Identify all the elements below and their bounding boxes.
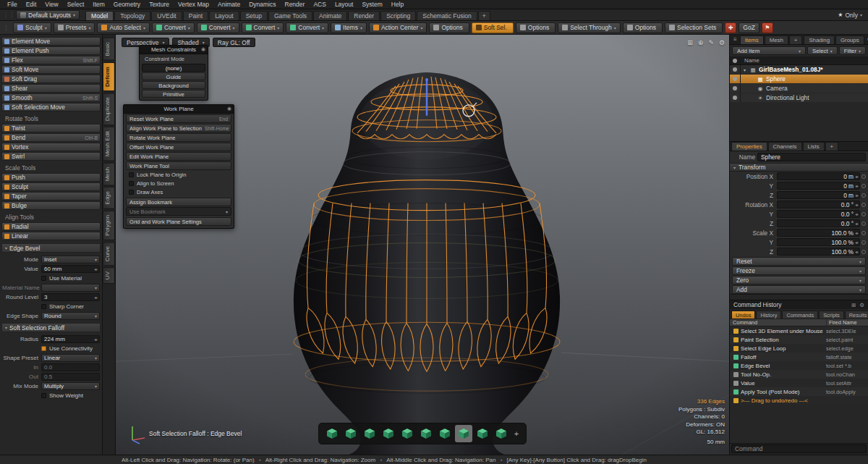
toolbar-button[interactable]: Convert ▾: [286, 22, 328, 33]
material-name-dropdown[interactable]: ▾: [41, 284, 100, 292]
menu-item[interactable]: ACS: [309, 1, 330, 8]
use-connectivity-checkbox[interactable]: Use Connectivity: [41, 345, 93, 352]
3d-viewport[interactable]: Perspective ▾ Shaded ▾ Ray GL: Off ⊞ ⊕ ✎…: [116, 35, 729, 455]
channel-state-icon[interactable]: [861, 193, 866, 198]
history-row[interactable]: Edge Bevel tool.set *.b: [730, 361, 868, 370]
constraint-mode-option[interactable]: Guide: [142, 72, 205, 80]
menu-item[interactable]: View: [41, 1, 62, 8]
mini-slider-icon[interactable]: ◂▸: [94, 295, 97, 300]
goz-add-button[interactable]: ✚: [725, 22, 736, 33]
panel-gear-icon[interactable]: ⚙: [859, 302, 864, 308]
history-row[interactable]: Apply Tool (Post Mode) tool.doApply: [730, 387, 868, 396]
history-row[interactable]: Select Edge Loop select.edge: [730, 344, 868, 353]
command-history-tab[interactable]: Commands: [782, 311, 818, 319]
lattice-icon[interactable]: [399, 425, 416, 442]
item-row[interactable]: ◉ Camera: [730, 84, 868, 93]
assign-bookmark-button[interactable]: Assign Bookmark: [126, 198, 231, 206]
value-field[interactable]: 100.0 % ◂▸: [777, 238, 860, 246]
primitive-cylinder-icon[interactable]: [361, 425, 378, 442]
value-field[interactable]: 100.0 % ◂▸: [777, 229, 860, 237]
toolbar-button[interactable]: Options: [516, 22, 556, 33]
name-column-header[interactable]: Name: [741, 57, 760, 64]
pan-view-icon[interactable]: ⊞: [687, 39, 693, 46]
tool-button[interactable]: Vortex: [1, 143, 101, 151]
add-layout-tab-button[interactable]: +: [478, 11, 490, 20]
filter-button[interactable]: Filter ▾: [839, 46, 866, 55]
work-plane-menu-item[interactable]: Offset Work Plane: [126, 143, 231, 151]
channel-state-icon[interactable]: [861, 240, 866, 245]
menu-item[interactable]: Item: [88, 1, 109, 8]
annotate-icon[interactable]: ✎: [708, 39, 714, 46]
toolbar-button[interactable]: Items ▾: [331, 22, 367, 33]
tool-category-tab[interactable]: Duplicate: [103, 93, 115, 125]
menu-item[interactable]: Select: [63, 1, 89, 8]
work-plane-checkbox-row[interactable]: Align to Screen: [126, 180, 231, 187]
properties-tab[interactable]: +: [825, 142, 839, 151]
toolbar-button[interactable]: Soft Sel.: [472, 22, 514, 33]
tool-button[interactable]: Shear: [1, 84, 101, 93]
layout-tab[interactable]: Setup: [240, 11, 268, 20]
edge-bevel-mode-dropdown[interactable]: Inset ▾: [41, 256, 100, 263]
use-material-checkbox[interactable]: Use Material: [41, 275, 82, 282]
toolbar-button[interactable]: Convert ▾: [197, 22, 239, 33]
mini-slider-icon[interactable]: ◂▸: [855, 202, 858, 207]
viewport-settings-icon[interactable]: ⚙: [719, 39, 725, 46]
tool-button[interactable]: Sculpt: [1, 182, 101, 191]
use-bookmark-dropdown[interactable]: Use Bookmark ▾: [126, 207, 231, 216]
round-level-field[interactable]: 3 ◂▸: [41, 293, 100, 301]
layout-tab[interactable]: Game Tools: [268, 11, 312, 20]
item-row[interactable]: ▦ Sphere: [730, 75, 868, 84]
work-plane-menu-item[interactable]: Work Plane Tool: [126, 161, 231, 170]
layout-tab[interactable]: Model: [85, 11, 114, 20]
tool-button[interactable]: Bend Ctrl-B: [1, 133, 101, 142]
zbrush-goz-icon[interactable]: ⚑: [762, 22, 773, 33]
work-plane-menu-item[interactable]: Reset Work Plane End: [126, 114, 231, 123]
mini-slider-icon[interactable]: ◂▸: [855, 230, 858, 235]
work-plane-titlebar[interactable]: Work Plane ◉: [124, 105, 234, 114]
primitive-sphere-icon[interactable]: [342, 425, 359, 442]
expand-icon[interactable]: ▾: [741, 67, 749, 72]
value-field[interactable]: 0.0 ° ◂▸: [777, 210, 860, 218]
add-primitive-icon[interactable]: +: [511, 429, 522, 438]
command-column-header[interactable]: Command: [730, 319, 826, 326]
toolbar-button[interactable]: Presets ▾: [54, 22, 95, 33]
tool-button[interactable]: Push: [1, 173, 101, 182]
tool-category-tab[interactable]: Mesh: [103, 163, 115, 186]
value-field[interactable]: 0 m ◂▸: [777, 182, 860, 190]
toroid-icon[interactable]: [436, 425, 454, 442]
toolbar-button[interactable]: Convert ▾: [242, 22, 284, 33]
tool-button[interactable]: Soft Selection Move: [1, 103, 101, 111]
command-history-tab[interactable]: Results: [845, 311, 868, 319]
box-outline-icon[interactable]: [474, 425, 491, 442]
channel-state-icon[interactable]: [861, 250, 866, 254]
more-primitives-icon[interactable]: [493, 425, 510, 442]
panel-gear-icon[interactable]: ⚙: [865, 36, 868, 43]
tool-category-tab[interactable]: Basic: [103, 38, 115, 61]
layout-tab[interactable]: Topology: [114, 11, 150, 20]
primitive-cube-icon[interactable]: [323, 425, 341, 442]
tool-button[interactable]: Taper: [1, 192, 101, 201]
command-history-tab[interactable]: History: [756, 311, 781, 319]
falloff-radius-field[interactable]: 224 mm ◂▸: [41, 335, 100, 343]
panel-list-icon[interactable]: ≡: [731, 36, 739, 43]
tool-category-tab[interactable]: Deform: [103, 62, 115, 91]
layout-preset-dropdown[interactable]: Default Layouts ▾: [16, 10, 80, 20]
grid-workplane-settings-button[interactable]: Grid and Work Plane Settings: [126, 217, 231, 226]
cube-tool-icon[interactable]: [455, 425, 472, 442]
layout-tab[interactable]: Schematic Fusion: [417, 11, 477, 20]
history-row[interactable]: Value tool.setAttr: [730, 379, 868, 387]
toolbar-button[interactable]: Auto Select ▾: [97, 22, 150, 33]
soft-falloff-section-header[interactable]: ▾ Soft Selection Falloff: [1, 323, 101, 332]
constraint-mode-option[interactable]: Primitive: [142, 90, 205, 98]
toolbar-button[interactable]: Action Center ▾: [369, 22, 427, 33]
item-row[interactable]: ☀ Directional Light: [730, 93, 868, 103]
transform-action-button[interactable]: Reset ▾: [732, 257, 866, 266]
value-field[interactable]: 0 m ◂▸: [777, 191, 860, 199]
layout-tab[interactable]: Paint: [183, 11, 208, 20]
layout-tab[interactable]: Layout: [209, 11, 239, 20]
tool-category-tab[interactable]: Edge: [103, 187, 115, 209]
tool-button[interactable]: Soft Drag: [1, 75, 101, 83]
menu-item[interactable]: Render: [281, 1, 310, 8]
channel-state-icon[interactable]: [861, 203, 866, 207]
edge-bevel-section-header[interactable]: ▾ Edge Bevel: [1, 243, 101, 253]
